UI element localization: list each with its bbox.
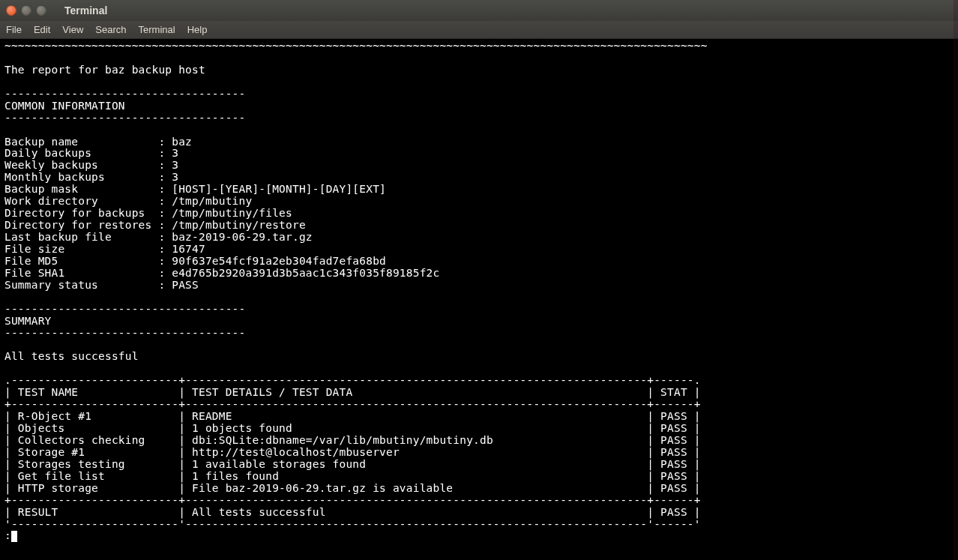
close-icon[interactable] — [6, 5, 16, 16]
menubar: File Edit View Search Terminal Help — [0, 21, 958, 39]
menu-file[interactable]: File — [6, 24, 22, 35]
terminal-output[interactable]: ~~~~~~~~~~~~~~~~~~~~~~~~~~~~~~~~~~~~~~~~… — [0, 39, 958, 544]
window-title: Terminal — [64, 4, 107, 16]
menu-edit[interactable]: Edit — [34, 24, 50, 35]
minimize-icon[interactable] — [21, 5, 31, 16]
menu-terminal[interactable]: Terminal — [139, 24, 175, 35]
menu-search[interactable]: Search — [95, 24, 126, 35]
pager-prompt: : — [4, 530, 11, 542]
titlebar: Terminal — [0, 0, 958, 21]
cursor-icon — [11, 531, 17, 542]
maximize-icon[interactable] — [36, 5, 46, 16]
menu-view[interactable]: View — [62, 24, 83, 35]
menu-help[interactable]: Help — [187, 24, 208, 35]
scrollbar[interactable] — [954, 0, 958, 560]
